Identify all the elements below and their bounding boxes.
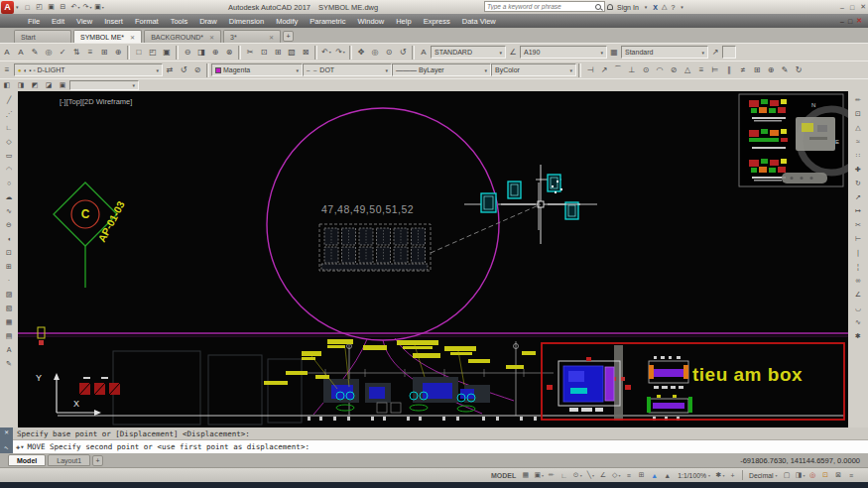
tab-background[interactable]: BACKGROUND*✕ bbox=[144, 30, 221, 43]
erase-icon[interactable]: ✏ bbox=[852, 93, 865, 106]
circle-icon[interactable]: ○ bbox=[3, 177, 16, 189]
std-undo-icon[interactable]: ↶▾ bbox=[319, 46, 333, 60]
menu-modify[interactable]: Modify bbox=[270, 14, 304, 28]
std-plot-icon[interactable]: ⊖ bbox=[181, 46, 194, 60]
draworder-icon-2[interactable]: ◨ bbox=[14, 80, 28, 91]
menu-help[interactable]: Help bbox=[390, 14, 417, 28]
array-icon[interactable]: ∷ bbox=[852, 149, 865, 162]
menu-express[interactable]: Express bbox=[418, 14, 456, 28]
table-icon[interactable]: ▤ bbox=[3, 329, 16, 342]
doc-restore-icon[interactable]: □ bbox=[848, 18, 852, 25]
mleader-style-combo[interactable] bbox=[722, 46, 736, 59]
copy-clip-icon[interactable]: ⊡ bbox=[257, 46, 271, 60]
menu-edit[interactable]: Edit bbox=[46, 14, 70, 28]
linetype-combo[interactable]: – – DOT▾ bbox=[303, 63, 392, 76]
tab-3[interactable]: 3*✕ bbox=[223, 30, 281, 43]
join-icon[interactable]: ∞ bbox=[852, 274, 865, 287]
menu-format[interactable]: Format bbox=[129, 14, 165, 28]
break-point-icon[interactable]: ∣ bbox=[852, 246, 865, 259]
draworder-icon-3[interactable]: ◩ bbox=[28, 80, 42, 91]
workspace-switch-icon[interactable]: ▣▾ bbox=[94, 1, 105, 13]
dim-diameter-icon[interactable]: ⊘ bbox=[667, 63, 681, 77]
color-combo[interactable]: Magenta▾ bbox=[211, 63, 303, 76]
std-redo-icon[interactable]: ↷▾ bbox=[333, 46, 347, 60]
menu-dimension[interactable]: Dimension bbox=[223, 14, 270, 28]
grid-icon[interactable]: ▦ bbox=[520, 469, 532, 481]
help-icon[interactable]: ? bbox=[671, 4, 675, 11]
save-icon[interactable]: ▣ bbox=[47, 1, 58, 13]
dim-ordinate-icon[interactable]: ⊥ bbox=[625, 63, 639, 77]
new-drawing-tab-button[interactable]: + bbox=[283, 31, 294, 42]
table-style-combo[interactable]: Standard▾ bbox=[621, 46, 708, 59]
mirror-icon[interactable]: △ bbox=[852, 121, 865, 134]
autoscale-icon[interactable]: ▲ bbox=[662, 469, 674, 481]
match-properties-icon[interactable]: ▧ bbox=[285, 46, 299, 60]
plot-style-combo[interactable]: ByColor▾ bbox=[491, 63, 576, 76]
layer-isolate-icon[interactable]: ⊘ bbox=[190, 63, 204, 77]
text-space-icon[interactable]: ⊞ bbox=[97, 46, 111, 60]
model-space-label[interactable]: MODEL bbox=[491, 472, 516, 479]
polygon-icon[interactable]: ◇ bbox=[3, 135, 16, 148]
insert-block-icon[interactable]: ⊡ bbox=[3, 246, 16, 259]
tab-close-icon[interactable]: ✕ bbox=[269, 34, 274, 41]
dim-update-icon[interactable]: ↻ bbox=[792, 63, 806, 77]
tab-symbol-me[interactable]: SYMBOL ME*✕ bbox=[73, 30, 142, 43]
ortho-icon[interactable]: ∟ bbox=[558, 469, 570, 481]
fillet-icon[interactable]: ◡ bbox=[852, 302, 865, 314]
search-icon[interactable] bbox=[595, 4, 601, 10]
osnap-icon[interactable]: ◇▾ bbox=[610, 469, 622, 481]
std-new-icon[interactable]: □ bbox=[132, 46, 146, 60]
sign-in-button[interactable]: Sign In bbox=[617, 4, 639, 11]
customization-icon[interactable]: ≡ bbox=[846, 469, 858, 481]
menu-insert[interactable]: Insert bbox=[98, 14, 129, 28]
coordinates-readout[interactable]: -691806.7630, 141144.6597, 0.0000 bbox=[740, 456, 868, 465]
chamfer-icon[interactable]: ∠ bbox=[852, 288, 865, 301]
annotation-add-icon[interactable]: + bbox=[727, 469, 739, 481]
sign-in-caret-icon[interactable]: ▾ bbox=[645, 4, 648, 10]
snap-icon[interactable]: ▣▾ bbox=[533, 469, 545, 481]
lock-ui-icon[interactable]: ◨▾ bbox=[795, 469, 806, 481]
autocad-logo-icon[interactable]: A bbox=[1, 1, 14, 14]
tab-close-icon[interactable]: ✕ bbox=[130, 34, 135, 41]
mleader-style-icon[interactable]: ↗ bbox=[708, 46, 722, 60]
style-combo-small[interactable]: ▾ bbox=[69, 80, 139, 90]
block-editor-icon[interactable]: ⊠ bbox=[299, 46, 312, 60]
annotation-visibility-icon[interactable]: ▲ bbox=[649, 469, 661, 481]
dynamic-input-icon[interactable]: ✏ bbox=[546, 469, 558, 481]
make-block-icon[interactable]: ⊞ bbox=[3, 260, 16, 273]
arc-icon[interactable]: ◠ bbox=[3, 163, 16, 176]
explode-icon[interactable]: ✱ bbox=[852, 329, 865, 342]
command-wrench-icon[interactable]: ⌐ bbox=[2, 444, 11, 453]
rotate-icon[interactable]: ↻ bbox=[852, 177, 865, 189]
annotation-scale-button[interactable]: 1:1/100%▾ bbox=[675, 469, 713, 481]
zoom-window-icon[interactable]: ⊙ bbox=[382, 46, 396, 60]
ellipse-arc-icon[interactable]: ◖ bbox=[3, 232, 16, 245]
std-open-icon[interactable]: ◰ bbox=[146, 46, 160, 60]
text-style-icon[interactable]: A bbox=[417, 46, 431, 60]
layer-match-icon[interactable]: ⇄ bbox=[163, 63, 177, 77]
std-preview-icon[interactable]: ◨ bbox=[194, 46, 208, 60]
workspace-gear-icon[interactable]: ✱▾ bbox=[714, 469, 726, 481]
single-text-icon[interactable]: A bbox=[14, 46, 28, 60]
ellipse-icon[interactable]: ⊖ bbox=[3, 218, 16, 231]
exchange-apps-icon[interactable]: X bbox=[653, 4, 658, 11]
std-transmit-icon[interactable]: ⊗ bbox=[222, 46, 236, 60]
dim-style-icon[interactable]: ∠ bbox=[506, 46, 520, 60]
extend-icon[interactable]: ⊢ bbox=[852, 232, 865, 245]
doc-minimize-icon[interactable]: – bbox=[840, 18, 844, 25]
text-scale-icon[interactable]: ⇅ bbox=[69, 46, 83, 60]
std-publish-icon[interactable]: ⊕ bbox=[208, 46, 222, 60]
quick-properties-icon[interactable]: ▢ bbox=[782, 469, 794, 481]
doc-close-icon[interactable]: ✕ bbox=[856, 17, 862, 25]
blend-icon[interactable]: ∿ bbox=[852, 315, 865, 328]
command-input-line[interactable]: ✚▾ MOVE Specify second point or <use fir… bbox=[13, 440, 868, 453]
minimize-icon[interactable]: – bbox=[840, 4, 844, 11]
new-layout-button[interactable]: + bbox=[92, 455, 103, 466]
maximize-icon[interactable]: □ bbox=[850, 4, 854, 11]
tab-start[interactable]: Start bbox=[14, 30, 71, 43]
tab-close-icon[interactable]: ✕ bbox=[209, 34, 214, 41]
undo-icon[interactable]: ↶▾ bbox=[70, 1, 81, 13]
dim-center-icon[interactable]: ⊕ bbox=[764, 63, 778, 77]
units-button[interactable]: Decimal▾ bbox=[746, 469, 781, 481]
find-text-icon[interactable]: ◎ bbox=[42, 46, 56, 60]
